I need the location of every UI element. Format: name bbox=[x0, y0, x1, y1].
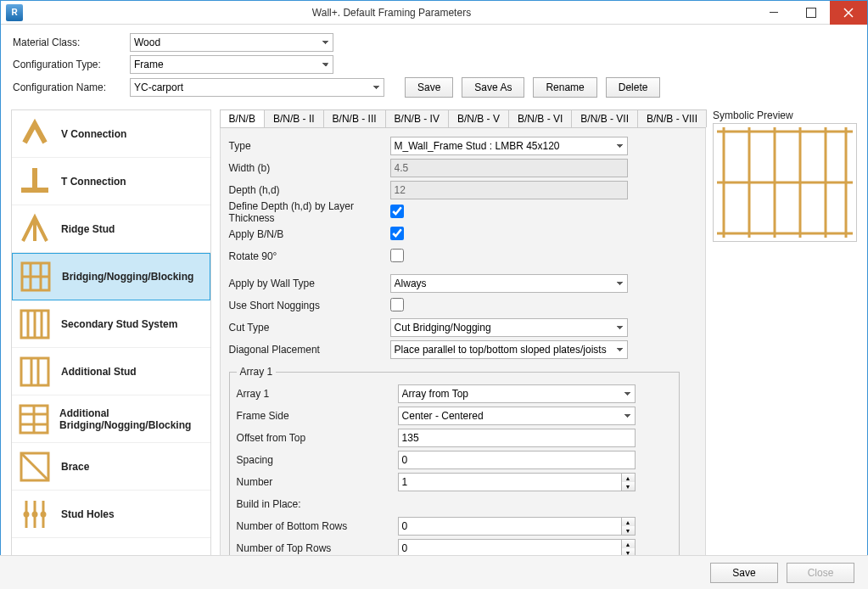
framing-icon bbox=[17, 164, 53, 199]
chevron-up-icon[interactable]: ▲ bbox=[622, 540, 635, 548]
sidebar-item-6[interactable]: Additional Bridging/Nogging/Blocking bbox=[12, 395, 210, 443]
rotate-label: Rotate 90° bbox=[229, 250, 390, 262]
svg-point-27 bbox=[42, 513, 45, 516]
define-depth-label: Define Depth (h,d) by Layer Thickness bbox=[229, 200, 390, 224]
type-label: Type bbox=[229, 140, 390, 152]
delete-button[interactable]: Delete bbox=[606, 77, 661, 98]
sidebar-item-4[interactable]: Secondary Stud System bbox=[12, 300, 210, 348]
sidebar-item-0[interactable]: V Connection bbox=[12, 110, 210, 158]
framing-icon bbox=[17, 449, 53, 485]
save-button[interactable]: Save bbox=[405, 77, 453, 98]
array1-frameside-select[interactable]: Center - Centered bbox=[398, 407, 636, 425]
chevron-down-icon[interactable]: ▼ bbox=[622, 526, 635, 535]
apply-bnb-checkbox[interactable] bbox=[390, 227, 404, 240]
define-depth-checkbox[interactable] bbox=[390, 205, 404, 218]
window-title: Wall+. Default Framing Parameters bbox=[28, 7, 755, 19]
right-area: B/N/BB/N/B - IIB/N/B - IIIB/N/B - IVB/N/… bbox=[220, 109, 857, 581]
close-icon bbox=[843, 8, 854, 18]
sidebar-item-label: Additional Stud bbox=[61, 366, 137, 378]
app-icon: R bbox=[6, 4, 23, 21]
build-in-place-label: Build in Place: bbox=[237, 498, 398, 510]
use-short-checkbox[interactable] bbox=[390, 298, 404, 311]
framing-icon bbox=[17, 401, 51, 437]
sidebar-item-5[interactable]: Additional Stud bbox=[12, 348, 210, 395]
footer-save-button[interactable]: Save bbox=[710, 563, 778, 583]
use-short-label: Use Short Noggings bbox=[229, 300, 390, 311]
chevron-up-icon[interactable]: ▲ bbox=[622, 518, 635, 526]
array1-array-label: Array 1 bbox=[237, 388, 398, 400]
svg-point-26 bbox=[33, 513, 36, 516]
cut-type-select[interactable]: Cut Bridging/Nogging bbox=[390, 318, 628, 337]
type-select[interactable]: M_Wall_Frame Stud : LMBR 45x120 bbox=[390, 137, 628, 155]
parameter-panel[interactable]: TypeM_Wall_Frame Stud : LMBR 45x120 Widt… bbox=[220, 128, 706, 581]
tab-7[interactable]: B/N/B - VIII bbox=[637, 109, 707, 127]
array1-number-label: Number bbox=[237, 476, 398, 488]
top-form: Material Class: Wood Configuration Type:… bbox=[1, 25, 867, 104]
config-name-label: Configuration Name: bbox=[13, 81, 123, 93]
left-panel[interactable]: V ConnectionT ConnectionRidge StudBridgi… bbox=[11, 109, 211, 581]
bottom-rows-input[interactable] bbox=[398, 517, 622, 536]
config-type-select[interactable]: Frame bbox=[130, 55, 333, 74]
number-spinner[interactable]: ▲▼ bbox=[622, 473, 636, 491]
depth-input bbox=[390, 181, 628, 199]
diag-placement-select[interactable]: Place parallel to top/bottom sloped plat… bbox=[390, 340, 628, 359]
array1-offset-label: Offset from Top bbox=[237, 432, 398, 444]
array1-legend: Array 1 bbox=[237, 366, 277, 378]
save-as-button[interactable]: Save As bbox=[462, 77, 524, 98]
preview-image bbox=[713, 123, 857, 242]
main-area: V ConnectionT ConnectionRidge StudBridgi… bbox=[1, 104, 867, 581]
sidebar-item-label: Ridge Stud bbox=[61, 223, 115, 235]
bottom-rows-label: Number of Bottom Rows bbox=[237, 520, 398, 532]
array1-number-input[interactable] bbox=[398, 473, 622, 491]
maximize-button[interactable] bbox=[792, 1, 830, 25]
svg-line-21 bbox=[21, 453, 48, 480]
chevron-up-icon[interactable]: ▲ bbox=[622, 474, 635, 482]
config-type-label: Configuration Type: bbox=[13, 59, 123, 70]
tab-6[interactable]: B/N/B - VII bbox=[571, 109, 638, 127]
tab-0[interactable]: B/N/B bbox=[220, 109, 265, 127]
tab-5[interactable]: B/N/B - VI bbox=[508, 109, 572, 127]
sidebar-item-3[interactable]: Bridging/Nogging/Blocking bbox=[12, 253, 210, 300]
preview-panel: Symbolic Preview bbox=[713, 109, 857, 581]
width-label: Width (b) bbox=[229, 162, 390, 174]
tab-3[interactable]: B/N/B - IV bbox=[385, 109, 449, 127]
framing-preview-icon bbox=[717, 127, 853, 238]
rotate-checkbox[interactable] bbox=[390, 249, 404, 262]
framing-icon bbox=[18, 259, 53, 294]
bottom-rows-spinner[interactable]: ▲▼ bbox=[622, 517, 636, 536]
diag-placement-label: Diagonal Placement bbox=[229, 344, 390, 356]
array1-spacing-input[interactable] bbox=[398, 451, 636, 469]
footer: Save Close bbox=[0, 555, 868, 589]
sidebar-item-2[interactable]: Ridge Stud bbox=[12, 205, 210, 253]
sidebar-item-label: Stud Holes bbox=[61, 508, 115, 520]
minimize-button[interactable] bbox=[755, 1, 792, 25]
tab-1[interactable]: B/N/B - II bbox=[264, 109, 324, 127]
array1-frameside-label: Frame Side bbox=[237, 410, 398, 422]
apply-by-wall-select[interactable]: Always bbox=[390, 274, 628, 293]
sidebar-item-1[interactable]: T Connection bbox=[12, 158, 210, 205]
array1-group: Array 1 Array 1Array from Top Frame Side… bbox=[229, 366, 680, 562]
sidebar-item-label: T Connection bbox=[61, 176, 126, 188]
tab-4[interactable]: B/N/B - V bbox=[448, 109, 509, 127]
sidebar-item-7[interactable]: Brace bbox=[12, 443, 210, 491]
cut-type-label: Cut Type bbox=[229, 322, 390, 334]
sidebar-item-8[interactable]: Stud Holes bbox=[12, 491, 210, 538]
framing-icon bbox=[17, 211, 53, 247]
svg-point-25 bbox=[25, 513, 28, 516]
close-window-button[interactable] bbox=[830, 1, 867, 25]
tab-2[interactable]: B/N/B - III bbox=[323, 109, 386, 127]
array1-offset-input[interactable] bbox=[398, 429, 636, 447]
material-class-select[interactable]: Wood bbox=[130, 33, 333, 52]
chevron-down-icon[interactable]: ▼ bbox=[622, 482, 635, 491]
config-name-select[interactable]: YC-carport bbox=[130, 78, 384, 97]
array1-array-select[interactable]: Array from Top bbox=[398, 384, 636, 403]
depth-label: Depth (h,d) bbox=[229, 184, 390, 196]
framing-icon bbox=[17, 116, 53, 152]
apply-bnb-label: Apply B/N/B bbox=[229, 228, 390, 240]
sidebar-item-label: Brace bbox=[61, 461, 89, 473]
footer-close-button[interactable]: Close bbox=[787, 563, 854, 583]
rename-button[interactable]: Rename bbox=[533, 77, 596, 98]
sidebar-item-label: Additional Bridging/Nogging/Blocking bbox=[59, 407, 205, 431]
array1-spacing-label: Spacing bbox=[237, 454, 398, 466]
preview-title: Symbolic Preview bbox=[713, 109, 857, 121]
